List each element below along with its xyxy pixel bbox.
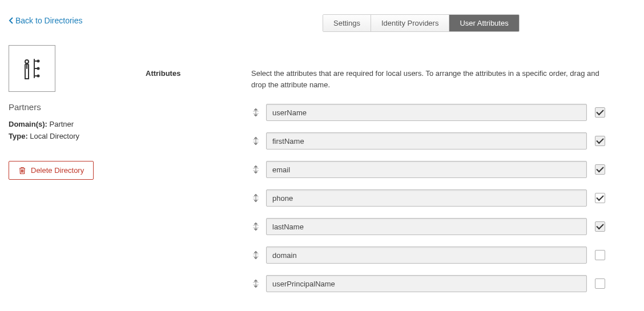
attribute-required-checkbox[interactable] [595, 278, 605, 289]
directory-name: Partners [9, 102, 146, 112]
type-label: Type: [9, 132, 28, 140]
attribute-row [251, 161, 605, 178]
tab-settings[interactable]: Settings [323, 15, 371, 31]
attribute-row [251, 218, 605, 235]
attribute-required-checkbox[interactable] [595, 107, 605, 118]
drag-handle-icon[interactable] [251, 222, 260, 231]
attribute-name-input[interactable] [266, 189, 587, 207]
drag-handle-icon[interactable] [251, 108, 260, 117]
directory-domains: Domain(s): Partner [9, 120, 146, 128]
attribute-required-checkbox[interactable] [595, 193, 605, 203]
tab-identity-providers[interactable]: Identity Providers [371, 15, 449, 31]
back-to-directories-link[interactable]: Back to Directories [9, 16, 82, 25]
attribute-row [251, 247, 605, 264]
directory-type: Type: Local Directory [9, 132, 146, 140]
sidebar: Partners Domain(s): Partner Type: Local … [9, 45, 146, 304]
attribute-required-checkbox[interactable] [595, 136, 605, 146]
type-value: Local Directory [30, 132, 79, 140]
attribute-required-checkbox[interactable] [595, 164, 605, 175]
attribute-name-input[interactable] [266, 247, 587, 264]
attribute-name-input[interactable] [266, 104, 587, 121]
attribute-row [251, 275, 605, 292]
trash-icon [18, 167, 26, 175]
attributes-list [251, 104, 605, 292]
tab-user-attributes[interactable]: User Attributes [449, 15, 518, 31]
domains-value: Partner [50, 120, 74, 128]
drag-handle-icon[interactable] [251, 193, 260, 203]
attribute-name-input[interactable] [266, 161, 587, 178]
attribute-required-checkbox[interactable] [595, 250, 605, 260]
attribute-name-input[interactable] [266, 218, 587, 235]
directory-icon [18, 55, 46, 82]
attribute-name-input[interactable] [266, 275, 587, 292]
drag-handle-icon[interactable] [251, 279, 260, 288]
attribute-row [251, 104, 605, 121]
tabs-bar: Settings Identity Providers User Attribu… [323, 14, 520, 32]
drag-handle-icon[interactable] [251, 136, 260, 146]
main-panel: Attributes Select the attributes that ar… [146, 68, 635, 304]
delete-button-label: Delete Directory [31, 166, 84, 175]
drag-handle-icon[interactable] [251, 251, 260, 260]
chevron-left-icon [9, 17, 14, 25]
attribute-name-input[interactable] [266, 132, 587, 150]
section-label: Attributes [146, 68, 251, 304]
attribute-required-checkbox[interactable] [595, 221, 605, 232]
drag-handle-icon[interactable] [251, 165, 260, 174]
help-text: Select the attributes that are required … [251, 68, 605, 90]
directory-icon-box [9, 45, 55, 92]
domains-label: Domain(s): [9, 120, 47, 128]
delete-directory-button[interactable]: Delete Directory [9, 161, 94, 180]
back-link-label: Back to Directories [15, 16, 82, 25]
attribute-row [251, 189, 605, 207]
attribute-row [251, 132, 605, 150]
